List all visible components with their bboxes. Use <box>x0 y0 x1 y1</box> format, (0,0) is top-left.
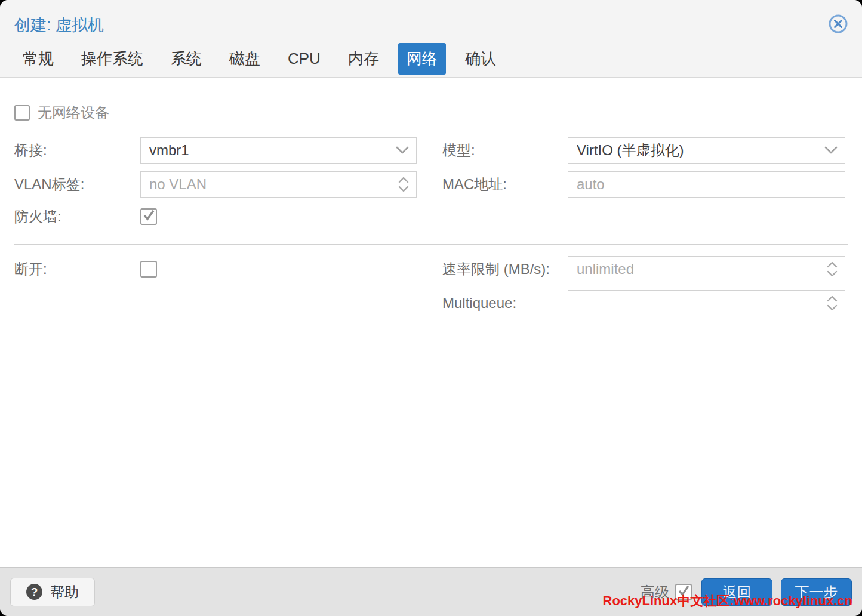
section-divider <box>14 244 848 245</box>
create-vm-dialog: 创建: 虚拟机 常规 操作系统 系统 磁盘 CPU 内存 网络 确认 <box>0 0 862 616</box>
no-network-device-label: 无网络设备 <box>38 103 109 122</box>
tab-cpu[interactable]: CPU <box>279 44 329 73</box>
no-network-device-checkbox[interactable] <box>14 105 30 121</box>
mac-address-input[interactable] <box>577 176 838 193</box>
advanced-checkbox[interactable] <box>675 584 692 600</box>
network-tab-panel: 无网络设备 桥接: 模型: <box>0 78 862 567</box>
dialog-footer: ? 帮助 高级 返回 下一步 <box>0 567 862 616</box>
checkmark-icon <box>676 584 691 600</box>
close-icon <box>828 14 848 36</box>
model-input[interactable] <box>577 142 820 159</box>
vlan-tag-spinner[interactable] <box>140 171 417 198</box>
back-button[interactable]: 返回 <box>701 578 772 606</box>
spinner-up-down-icon[interactable] <box>398 177 409 192</box>
tab-bar: 常规 操作系统 系统 磁盘 CPU 内存 网络 确认 <box>0 39 862 77</box>
next-button[interactable]: 下一步 <box>781 578 852 606</box>
question-mark-icon: ? <box>26 584 42 600</box>
help-button[interactable]: ? 帮助 <box>10 578 95 606</box>
model-combobox[interactable] <box>568 137 845 164</box>
rate-limit-input[interactable] <box>577 261 822 278</box>
close-button[interactable] <box>827 14 849 36</box>
tab-memory[interactable]: 内存 <box>340 43 387 75</box>
help-button-label: 帮助 <box>50 583 79 602</box>
vlan-tag-input[interactable] <box>149 176 393 193</box>
tab-general[interactable]: 常规 <box>14 43 62 75</box>
mac-address-field[interactable] <box>568 171 845 198</box>
disconnect-label: 断开: <box>14 260 140 279</box>
rate-limit-spinner[interactable] <box>568 256 845 282</box>
dialog-header: 创建: 虚拟机 常规 操作系统 系统 磁盘 CPU 内存 网络 确认 <box>0 0 862 78</box>
multiqueue-input[interactable] <box>577 295 822 312</box>
spinner-up-down-icon[interactable] <box>827 262 838 276</box>
mac-address-label: MAC地址: <box>442 175 568 194</box>
multiqueue-label: Multiqueue: <box>442 295 568 312</box>
tab-disks[interactable]: 磁盘 <box>221 43 269 75</box>
bridge-input[interactable] <box>149 142 391 159</box>
dialog-title: 创建: 虚拟机 <box>14 14 827 36</box>
bridge-combobox[interactable] <box>140 137 417 164</box>
chevron-down-icon[interactable] <box>396 146 409 155</box>
spinner-up-down-icon[interactable] <box>827 296 838 310</box>
tab-os[interactable]: 操作系统 <box>73 43 152 75</box>
multiqueue-spinner[interactable] <box>568 290 845 316</box>
disconnect-checkbox[interactable] <box>140 261 157 278</box>
firewall-label: 防火墙: <box>14 207 140 226</box>
chevron-down-icon[interactable] <box>824 146 838 155</box>
vlan-tag-label: VLAN标签: <box>14 175 140 194</box>
tab-system[interactable]: 系统 <box>162 43 210 75</box>
advanced-label: 高级 <box>641 583 669 602</box>
firewall-checkbox[interactable] <box>140 208 157 225</box>
tab-network[interactable]: 网络 <box>398 43 446 75</box>
checkmark-icon <box>141 208 156 225</box>
tab-confirm[interactable]: 确认 <box>457 43 504 75</box>
bridge-label: 桥接: <box>14 141 140 160</box>
rate-limit-label: 速率限制 (MB/s): <box>442 260 568 279</box>
model-label: 模型: <box>442 141 568 160</box>
